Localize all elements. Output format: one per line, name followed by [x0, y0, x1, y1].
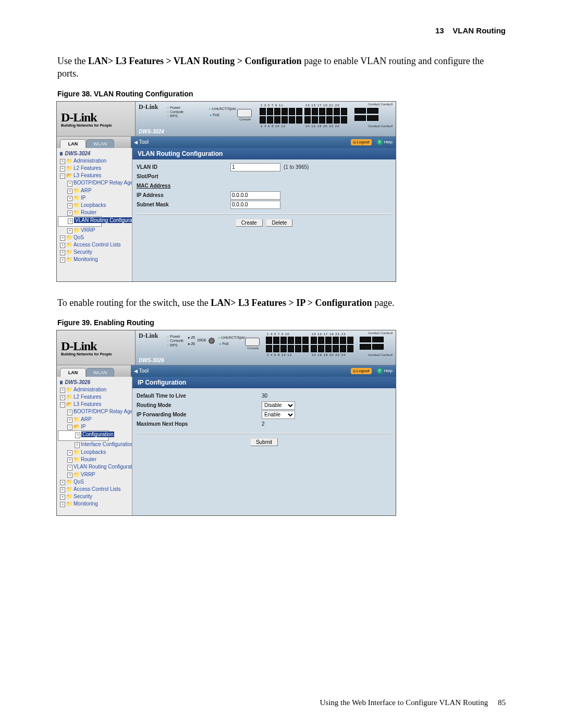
- led-rps-2: RPS: [167, 343, 183, 348]
- nav-l2[interactable]: +📁L2 Features: [58, 165, 132, 172]
- help-button-2[interactable]: Help: [377, 368, 393, 374]
- led-console: Console: [167, 110, 183, 114]
- console-port-label-2: Console: [247, 347, 259, 350]
- tab-area: LAN WLAN: [57, 137, 131, 148]
- nav-security-2[interactable]: +📁Security: [58, 493, 132, 500]
- tab-wlan[interactable]: WLAN: [86, 139, 114, 148]
- nav-acl-2[interactable]: +📁Access Control Lists: [58, 486, 132, 493]
- nav-tree: DWS-3024 +📁Administration +📁L2 Features …: [57, 148, 132, 282]
- content-pane-2: IP Configuration Default Time to Live 30…: [132, 377, 396, 516]
- led-power: Power: [167, 106, 183, 110]
- logout-button-2[interactable]: Logout: [351, 368, 371, 374]
- combo-port-block-c: [360, 337, 384, 342]
- figure-body: DWS-3024 +📁Administration +📁L2 Features …: [57, 148, 396, 282]
- nav-arp-2[interactable]: +📁ARP: [58, 416, 132, 423]
- nav-device-2[interactable]: DWS-3026: [59, 379, 132, 385]
- nav-l3[interactable]: −📂L3 Features: [58, 172, 132, 179]
- nav-administration[interactable]: +📁Administration: [58, 157, 132, 165]
- combo-label-top-2: Combo1 Combo3: [368, 331, 393, 335]
- nav-router-2[interactable]: +📁Router: [58, 456, 132, 463]
- nav-arp[interactable]: +📁ARP: [58, 187, 132, 194]
- tool-menu[interactable]: Tool: [134, 139, 149, 145]
- port-numbers-odd-1b: 1 3 5 7 9 10: [267, 332, 290, 336]
- nav-administration-2[interactable]: +📁Administration: [58, 386, 132, 393]
- port-numbers-even-1: 2 4 6 8 10 12: [261, 125, 286, 128]
- port-numbers-odd-2: 13 15 17 19 21 23: [305, 104, 339, 107]
- combo-label-top: Combo1 Combo3: [368, 103, 393, 106]
- create-button[interactable]: Create: [236, 219, 263, 227]
- tab-lan[interactable]: LAN: [60, 139, 86, 148]
- nav-security[interactable]: +📁Security: [58, 249, 132, 256]
- nav-router[interactable]: +📁Router: [58, 209, 132, 216]
- chapter-number: 13: [435, 26, 444, 35]
- value-ttl: 30: [262, 393, 391, 399]
- page-header: 13 VLAN Routing: [57, 26, 506, 35]
- input-vlan-id[interactable]: [230, 163, 280, 171]
- tab-area-2: LAN WLAN: [57, 365, 131, 377]
- delete-button[interactable]: Delete: [266, 219, 292, 227]
- nav-vlan-routing-config-2[interactable]: ≡VLAN Routing Configurati: [58, 463, 132, 471]
- button-row: Create Delete: [137, 219, 391, 227]
- led-poe: PoE: [210, 113, 219, 117]
- label-mac-address: MAC Address: [137, 183, 230, 189]
- nav-vlan-routing-config[interactable]: ≡VLAN Routing Configurati: [58, 216, 102, 227]
- footer-page: 85: [498, 698, 506, 707]
- nav-vrrp-2[interactable]: +📁VRRP: [58, 471, 132, 478]
- button-row-2: Submit: [137, 438, 391, 446]
- nav-qos-2[interactable]: +📁QoS: [58, 478, 132, 486]
- nav-loopbacks-2[interactable]: +📁Loopbacks: [58, 449, 132, 456]
- nav-loopbacks[interactable]: +📁Loopbacks: [58, 202, 132, 209]
- device-panel: D-Link DWS-3024 Power Console RPS Link/A…: [135, 102, 396, 136]
- brand-logo: D-Link: [61, 110, 135, 125]
- row-subnet-mask: Subnet Mask: [137, 200, 391, 209]
- intro-paragraph-2: To enable routing for the switch, use th…: [57, 297, 506, 309]
- console-port-label: Console: [239, 118, 251, 121]
- nav-acl[interactable]: +📁Access Control Lists: [58, 241, 132, 249]
- logout-button[interactable]: Logout: [351, 139, 371, 145]
- help-button[interactable]: Help: [377, 139, 393, 145]
- row-routing-mode: Routing Mode Disable: [137, 401, 391, 410]
- led-console-2: Console: [167, 339, 183, 343]
- logo-box-2: D-Link Building Networks for People: [57, 330, 135, 365]
- vlan-routing-form: VLAN ID (1 to 3965) Slot/Port MAC Addres…: [132, 159, 396, 231]
- nav-monitoring[interactable]: +📁Monitoring: [58, 256, 132, 263]
- nav-l2-2[interactable]: +📁L2 Features: [58, 393, 132, 401]
- select-ip-forwarding[interactable]: Enable: [262, 411, 295, 419]
- nav-vrrp[interactable]: +📁VRRP: [58, 227, 132, 234]
- nav-bootp[interactable]: ≡BOOTP/DHCP Relay Agen: [58, 179, 132, 187]
- combo-port-block-d: [360, 344, 384, 350]
- para2-pre: To enable routing for the switch, use th…: [57, 298, 211, 308]
- para1-breadcrumb: LAN> L3 Features > VLAN Routing > Config…: [88, 56, 302, 66]
- select-routing-mode[interactable]: Disable: [262, 401, 295, 410]
- input-ip-address[interactable]: [230, 191, 280, 200]
- nav-ip-2[interactable]: −📂IP: [58, 423, 132, 430]
- input-subnet-mask[interactable]: [230, 201, 280, 209]
- nav-device[interactable]: DWS-3024: [59, 151, 132, 156]
- nav-bootp-2[interactable]: ≡BOOTP/DHCP Relay Agen: [58, 408, 132, 416]
- port-numbers-odd-2b: 13 15 17 19 21 23: [312, 332, 346, 336]
- row-ip-address: IP Address: [137, 191, 391, 200]
- port-block-1b: [260, 116, 302, 124]
- nav-ip-configuration[interactable]: ≡Configuration: [58, 430, 109, 441]
- submit-button[interactable]: Submit: [250, 438, 278, 446]
- led-poe-2: PoE: [219, 342, 229, 346]
- port-block-2: [304, 108, 347, 115]
- nav-qos[interactable]: +📁QoS: [58, 234, 132, 241]
- figure-38-caption: Figure 38. VLAN Routing Configuration: [57, 90, 506, 98]
- tool-menu-2[interactable]: Tool: [134, 368, 149, 374]
- nav-monitoring-2[interactable]: +📁Monitoring: [58, 500, 132, 508]
- figure-38: D-Link Building Networks for People D-Li…: [56, 101, 396, 282]
- ip-config-form: Default Time to Live 30 Routing Mode Dis…: [132, 388, 396, 450]
- port-block-1d: [266, 345, 309, 352]
- tab-wlan-2[interactable]: WLAN: [86, 368, 114, 377]
- nav-l3-2[interactable]: −📂L3 Features: [58, 401, 132, 408]
- led-25: 25: [191, 336, 195, 339]
- tab-lan-2[interactable]: LAN: [60, 368, 86, 377]
- port-block-2b: [304, 116, 347, 124]
- nav-ip[interactable]: +📁IP: [58, 194, 132, 202]
- para1-pre: Use the: [57, 56, 88, 66]
- nav-ip-interface-configuration[interactable]: ≡Interface Configuration: [58, 441, 132, 449]
- chapter-title: VLAN Routing: [452, 26, 506, 35]
- tool-bar-2: Tool Logout Help: [131, 365, 396, 377]
- tool-bar: Tool Logout Help: [131, 137, 396, 148]
